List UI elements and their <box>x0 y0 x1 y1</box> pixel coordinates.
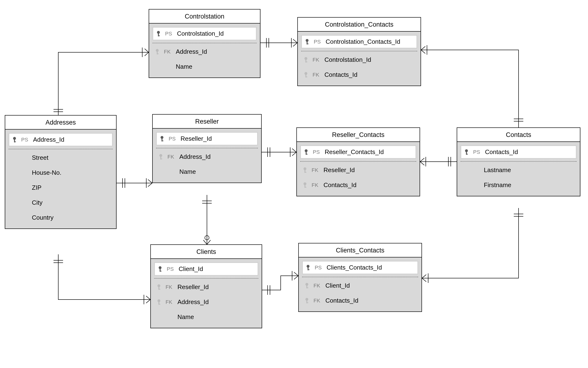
column-name: Reseller_Id <box>177 283 257 291</box>
column-name: House-No. <box>32 169 111 176</box>
key-type-label: PS <box>165 31 174 37</box>
section-divider <box>156 148 258 148</box>
svg-rect-21 <box>161 140 163 141</box>
key-type-label: FK <box>312 167 320 173</box>
column-name: Address_Id <box>177 298 257 306</box>
entity-clients-contacts: Clients_ContactsPSClients_Contacts_IdFKC… <box>298 243 422 312</box>
entity-title: Addresses <box>5 116 116 129</box>
column-name: Contacts_Id <box>324 181 415 189</box>
key-type-label: FK <box>314 298 322 304</box>
key-icon <box>303 167 307 173</box>
svg-rect-12 <box>305 62 307 62</box>
column-row: Lastname <box>460 163 577 178</box>
column-row: FKAddress_Id <box>154 294 259 310</box>
svg-rect-39 <box>160 271 161 271</box>
column-row: FKClient_Id <box>302 278 419 293</box>
entity-title: Reseller <box>153 115 261 129</box>
entity-title: Contacts <box>457 128 580 142</box>
column-name: Name <box>176 63 255 70</box>
column-name: Clients_Contacts_Id <box>327 264 416 271</box>
svg-rect-33 <box>304 187 306 188</box>
key-type-label: FK <box>168 154 176 160</box>
key-icon <box>464 149 469 155</box>
key-type-label: FK <box>313 57 321 63</box>
column-name: Address_Id <box>179 153 256 160</box>
svg-rect-9 <box>307 44 308 44</box>
svg-point-0 <box>205 236 209 240</box>
column-name: Reseller_Contacts_Id <box>325 148 414 156</box>
column-name: ZIP <box>32 184 111 191</box>
svg-rect-6 <box>157 54 159 54</box>
column-name: Address_Id <box>176 48 255 55</box>
svg-rect-30 <box>304 172 306 173</box>
svg-rect-36 <box>466 154 468 155</box>
entity-addresses: AddressesPSAddress_IdStreetHouse-No.ZIPC… <box>5 115 117 229</box>
section-divider <box>460 161 577 162</box>
key-icon <box>157 284 161 290</box>
svg-rect-48 <box>308 269 309 270</box>
svg-rect-24 <box>160 158 162 159</box>
column-name: Country <box>32 214 111 221</box>
erd-canvas: ControlstationPSControlstation_IdFKAddre… <box>0 0 588 368</box>
column-name: Controlstation_Contacts_Id <box>326 38 415 46</box>
column-name: Reseller_Id <box>180 135 255 142</box>
column-name: Reseller_Id <box>324 166 415 174</box>
column-row: FKAddress_Id <box>156 149 258 164</box>
entity-title: Reseller_Contacts <box>297 128 420 142</box>
column-name: Contacts_Id <box>325 71 416 78</box>
column-row: City <box>8 195 113 210</box>
key-type-label: FK <box>314 283 322 289</box>
column-name: Street <box>32 154 111 161</box>
entity-title: Controlstation <box>149 9 260 24</box>
section-divider <box>302 277 418 277</box>
key-icon <box>160 136 164 142</box>
column-row: House-No. <box>8 165 113 180</box>
section-divider <box>301 51 417 51</box>
key-type-label: PS <box>21 137 30 143</box>
column-row: ZIP <box>8 180 113 195</box>
key-type-label: FK <box>166 299 174 305</box>
column-name: Contacts_Id <box>325 297 417 304</box>
column-row: FKAddress_Id <box>152 44 257 59</box>
entity-title: Clients <box>151 245 262 259</box>
key-icon <box>157 299 161 305</box>
key-icon <box>304 283 309 289</box>
primary-key-row: PSReseller_Id <box>156 132 258 146</box>
column-row: Country <box>8 210 113 225</box>
column-row: FKReseller_Id <box>300 163 417 178</box>
key-type-label: FK <box>313 72 321 78</box>
column-name: Client_Id <box>179 265 256 273</box>
key-icon <box>304 149 308 155</box>
column-name: City <box>32 199 111 206</box>
key-type-label: PS <box>315 265 323 271</box>
entity-clients: ClientsPSClient_IdFKReseller_IdFKAddress… <box>150 244 262 328</box>
section-divider <box>300 161 416 162</box>
section-divider <box>152 43 257 43</box>
key-icon <box>156 31 161 37</box>
key-icon <box>304 57 308 63</box>
column-row: FKControlstation_Id <box>301 52 418 67</box>
entity-reseller-contacts: Reseller_ContactsPSReseller_Contacts_IdF… <box>296 128 420 196</box>
key-type-label: FK <box>166 284 174 290</box>
key-type-label: PS <box>473 149 482 155</box>
column-name: Controlstation_Id <box>177 30 254 37</box>
column-row: Name <box>152 59 257 74</box>
key-type-label: PS <box>314 39 322 45</box>
column-name: Lastname <box>484 166 575 174</box>
column-row: Name <box>154 310 259 324</box>
section-divider <box>154 278 258 279</box>
key-icon <box>304 298 309 304</box>
svg-rect-27 <box>306 154 308 155</box>
key-icon <box>12 137 17 143</box>
primary-key-row: PSAddress_Id <box>9 133 113 147</box>
primary-key-row: PSClients_Contacts_Id <box>302 261 418 274</box>
column-row: Street <box>8 150 113 165</box>
section-divider <box>9 149 113 149</box>
svg-rect-15 <box>305 77 307 77</box>
key-icon <box>305 39 309 45</box>
key-icon <box>304 72 308 78</box>
column-row: Firstname <box>460 178 577 193</box>
entity-contacts: ContactsPSContacts_IdLastnameFirstname <box>457 128 580 196</box>
column-name: Name <box>177 313 257 321</box>
column-name: Firstname <box>484 181 575 189</box>
